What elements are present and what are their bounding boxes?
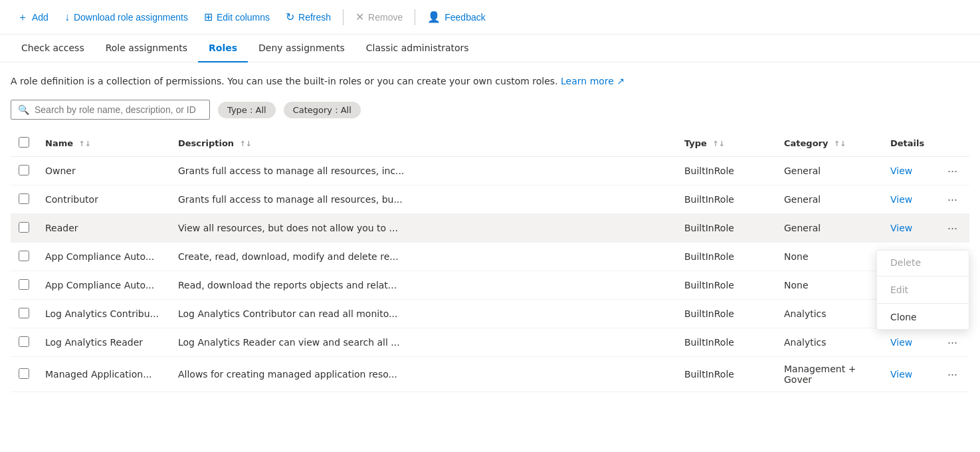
- more-options-button[interactable]: ···: [943, 192, 961, 207]
- row-type: BuiltInRole: [676, 157, 776, 185]
- row-category: Analytics: [776, 300, 882, 328]
- tab-deny-assignments[interactable]: Deny assignments: [248, 35, 355, 62]
- row-description: Log Analytics Reader can view and search…: [170, 328, 676, 357]
- tab-role-assignments[interactable]: Role assignments: [95, 35, 198, 62]
- row-type: BuiltInRole: [676, 214, 776, 243]
- tab-roles[interactable]: Roles: [198, 35, 248, 62]
- description-sort-icon: ↑↓: [240, 140, 252, 148]
- more-options-button[interactable]: ···: [943, 164, 961, 178]
- refresh-button[interactable]: ↻ Refresh: [279, 8, 338, 27]
- search-input[interactable]: [35, 104, 203, 115]
- table-row: App Compliance Auto... Create, read, dow…: [11, 243, 969, 271]
- row-checkbox-cell: [11, 357, 37, 392]
- row-details-cell: View: [882, 185, 935, 214]
- row-type: BuiltInRole: [676, 357, 776, 392]
- row-category: None: [776, 271, 882, 300]
- row-checkbox[interactable]: [19, 368, 29, 379]
- separator-1: [343, 9, 343, 25]
- select-all-checkbox[interactable]: [19, 137, 29, 148]
- context-menu-divider-1: [877, 276, 969, 277]
- roles-table-container: Name ↑↓ Description ↑↓ Type ↑↓ Category …: [11, 130, 969, 392]
- context-menu-edit[interactable]: Edit: [877, 278, 969, 302]
- view-link[interactable]: View: [890, 194, 912, 205]
- row-type: BuiltInRole: [676, 185, 776, 214]
- col-header-description[interactable]: Description ↑↓: [170, 130, 676, 157]
- row-name: Log Analytics Contribu...: [37, 300, 170, 328]
- remove-button[interactable]: ✕ Remove: [349, 8, 409, 27]
- row-checkbox[interactable]: [19, 165, 29, 175]
- download-button[interactable]: ↓ Download role assignments: [58, 8, 195, 27]
- tab-check-access[interactable]: Check access: [11, 35, 95, 62]
- description-bar: A role definition is a collection of per…: [11, 76, 969, 86]
- row-actions-cell: ···: [935, 157, 969, 185]
- view-link[interactable]: View: [890, 369, 912, 380]
- more-options-button[interactable]: ···: [943, 367, 961, 382]
- row-type: BuiltInRole: [676, 271, 776, 300]
- row-name: Reader: [37, 214, 170, 243]
- row-description: Read, download the reports objects and r…: [170, 271, 676, 300]
- row-type: BuiltInRole: [676, 300, 776, 328]
- row-actions-cell: ···: [935, 357, 969, 392]
- col-header-actions: [935, 130, 969, 157]
- table-row: Managed Application... Allows for creati…: [11, 357, 969, 392]
- view-link[interactable]: View: [890, 223, 912, 233]
- row-actions-cell: ···: [935, 185, 969, 214]
- more-options-button[interactable]: ···: [943, 221, 961, 235]
- col-header-category[interactable]: Category ↑↓: [776, 130, 882, 157]
- add-button[interactable]: ＋ Add: [11, 8, 55, 27]
- row-description: View all resources, but does not allow y…: [170, 214, 676, 243]
- refresh-icon: ↻: [286, 12, 294, 23]
- row-type: BuiltInRole: [676, 243, 776, 271]
- row-checkbox-cell: [11, 157, 37, 185]
- row-checkbox[interactable]: [19, 222, 29, 233]
- row-checkbox[interactable]: [19, 251, 29, 261]
- external-link-icon: ↗: [617, 76, 625, 86]
- row-checkbox[interactable]: [19, 279, 29, 290]
- add-icon: ＋: [17, 12, 28, 23]
- columns-icon: ⊞: [204, 12, 213, 23]
- search-box[interactable]: 🔍: [11, 100, 210, 120]
- more-options-button[interactable]: ···: [943, 335, 961, 350]
- row-description: Grants full access to manage all resourc…: [170, 185, 676, 214]
- view-link[interactable]: View: [890, 337, 912, 348]
- category-sort-icon: ↑↓: [834, 140, 846, 148]
- row-checkbox-cell: [11, 243, 37, 271]
- row-checkbox-cell: [11, 185, 37, 214]
- table-header-row: Name ↑↓ Description ↑↓ Type ↑↓ Category …: [11, 130, 969, 157]
- row-details-cell: View: [882, 214, 935, 243]
- col-header-type[interactable]: Type ↑↓: [676, 130, 776, 157]
- download-icon: ↓: [64, 12, 70, 23]
- row-checkbox[interactable]: [19, 308, 29, 318]
- toolbar: ＋ Add ↓ Download role assignments ⊞ Edit…: [0, 0, 980, 35]
- tab-classic-administrators[interactable]: Classic administrators: [355, 35, 480, 62]
- category-filter-pill[interactable]: Category : All: [284, 102, 361, 118]
- remove-icon: ✕: [355, 12, 364, 23]
- row-category: General: [776, 214, 882, 243]
- row-checkbox-cell: [11, 328, 37, 357]
- type-filter-pill[interactable]: Type : All: [218, 102, 276, 118]
- row-category: None: [776, 243, 882, 271]
- learn-more-link[interactable]: Learn more ↗: [561, 76, 625, 86]
- feedback-button[interactable]: 👤 Feedback: [421, 8, 492, 27]
- context-menu-delete[interactable]: Delete: [877, 251, 969, 275]
- view-link[interactable]: View: [890, 166, 912, 176]
- edit-columns-button[interactable]: ⊞ Edit columns: [197, 8, 276, 27]
- context-menu: Delete Edit Clone: [876, 250, 969, 330]
- col-header-name[interactable]: Name ↑↓: [37, 130, 170, 157]
- row-name: App Compliance Auto...: [37, 243, 170, 271]
- row-details-cell: View: [882, 357, 935, 392]
- table-row: Reader View all resources, but does not …: [11, 214, 969, 243]
- row-checkbox[interactable]: [19, 336, 29, 347]
- row-checkbox-cell: [11, 214, 37, 243]
- row-category: General: [776, 157, 882, 185]
- row-name: Log Analytics Reader: [37, 328, 170, 357]
- row-description: Grants full access to manage all resourc…: [170, 157, 676, 185]
- row-category: Management + Gover: [776, 357, 882, 392]
- row-description: Log Analytics Contributor can read all m…: [170, 300, 676, 328]
- separator-2: [415, 9, 415, 25]
- row-name: App Compliance Auto...: [37, 271, 170, 300]
- row-checkbox-cell: [11, 300, 37, 328]
- row-checkbox[interactable]: [19, 193, 29, 204]
- select-all-header: [11, 130, 37, 157]
- context-menu-clone[interactable]: Clone: [877, 305, 969, 329]
